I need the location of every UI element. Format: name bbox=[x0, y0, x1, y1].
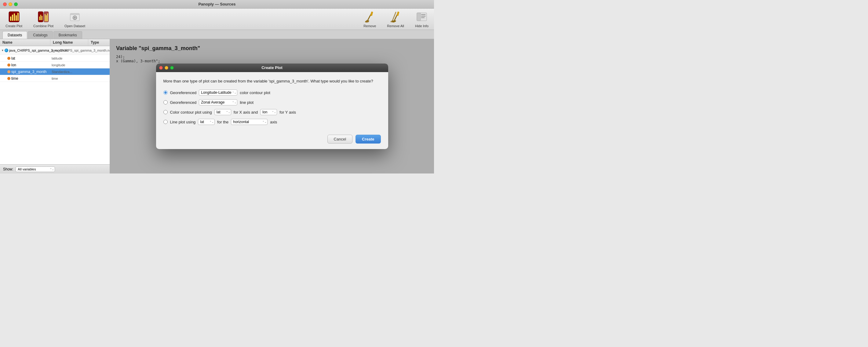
color-contour-y-select[interactable]: lat lon time bbox=[260, 109, 277, 115]
line-plot-prefix: Line plot using bbox=[170, 120, 196, 124]
open-dataset-button[interactable]: Open Dataset bbox=[62, 9, 88, 29]
dialog-footer: Cancel Create bbox=[156, 135, 388, 149]
remove-icon bbox=[364, 11, 376, 23]
svg-rect-13 bbox=[47, 13, 48, 21]
line-plot-orient-select[interactable]: horizontal vertical bbox=[231, 119, 268, 125]
remove-button[interactable]: Remove bbox=[361, 9, 378, 29]
color-contour-y-label: for Y axis bbox=[279, 110, 296, 115]
radio-line-plot[interactable] bbox=[163, 120, 168, 124]
svg-rect-17 bbox=[70, 13, 80, 15]
table-row[interactable]: spi_gamma_3_month Standardiza... bbox=[0, 68, 110, 75]
create-plot-label: Create Plot bbox=[5, 24, 22, 28]
table-row[interactable]: time time bbox=[0, 75, 110, 82]
svg-rect-12 bbox=[46, 15, 47, 21]
col-longname: Long Name bbox=[51, 39, 88, 46]
dialog-title: Create Plot bbox=[261, 65, 282, 70]
hide-info-icon bbox=[416, 11, 428, 23]
toolbar: Create Plot Combine Plot bbox=[0, 8, 434, 30]
radio-option-line-plot: Line plot using lat lon time for the hor bbox=[163, 119, 381, 125]
row-name: lat bbox=[0, 56, 51, 61]
row-type bbox=[88, 78, 110, 79]
line-plot-axis-label: axis bbox=[270, 120, 277, 124]
row-name: time bbox=[0, 76, 51, 81]
color-contour-x-select[interactable]: lat lon time bbox=[214, 109, 231, 115]
table-row[interactable]: lon longitude bbox=[0, 62, 110, 68]
create-plot-button[interactable]: Create Plot bbox=[3, 9, 25, 29]
geo-zonal-select[interactable]: Longitude-Latitude Zonal Average bbox=[199, 99, 237, 105]
row-longname: time bbox=[51, 76, 88, 81]
row-type bbox=[88, 58, 110, 59]
svg-rect-7 bbox=[39, 17, 40, 20]
color-contour-prefix: Color contour plot using bbox=[170, 110, 212, 115]
col-name: Name bbox=[0, 39, 51, 46]
svg-rect-2 bbox=[12, 15, 13, 21]
color-contour-x-select-wrap: lat lon time bbox=[214, 109, 231, 115]
show-select[interactable]: All variables Coordinate variables Data … bbox=[16, 166, 55, 172]
table-row[interactable]: lat latitude bbox=[0, 55, 110, 62]
create-plot-icon bbox=[8, 11, 20, 23]
cancel-button[interactable]: Cancel bbox=[328, 135, 352, 144]
line-plot-for-the: for the bbox=[217, 120, 228, 124]
create-plot-dialog: Create Plot More than one type of plot c… bbox=[156, 64, 388, 149]
open-dataset-icon bbox=[69, 11, 81, 23]
line-plot-orient-select-wrap: horizontal vertical bbox=[231, 119, 268, 125]
table-row[interactable]: ▼ java_CHIRPS_spi_gamma_3_month.nc java_… bbox=[0, 46, 110, 55]
app-title: Panoply — Sources bbox=[198, 2, 236, 6]
expand-icon: ▼ bbox=[1, 49, 4, 52]
line-plot-axis-select[interactable]: lat lon time bbox=[198, 119, 215, 125]
var-icon bbox=[7, 64, 10, 67]
close-button[interactable] bbox=[3, 2, 7, 6]
svg-rect-5 bbox=[18, 13, 19, 21]
svg-rect-4 bbox=[16, 15, 17, 21]
radio-geo-lonlat[interactable] bbox=[163, 90, 168, 95]
svg-rect-28 bbox=[397, 11, 399, 16]
radio-option-geo-lonlat: Georeferenced Longitude-Latitude Zonal A… bbox=[163, 90, 381, 96]
table-body: ▼ java_CHIRPS_spi_gamma_3_month.nc java_… bbox=[0, 46, 110, 164]
dialog-message: More than one type of plot can be create… bbox=[163, 78, 381, 84]
radio-color-contour[interactable] bbox=[163, 110, 168, 114]
dialog-min-button[interactable] bbox=[165, 66, 168, 70]
remove-all-label: Remove All bbox=[387, 24, 404, 28]
tab-catalogs[interactable]: Catalogs bbox=[28, 31, 53, 39]
left-panel: Name Long Name Type ▼ java_CHIRPS_spi_ga… bbox=[0, 39, 110, 174]
dialog-max-button[interactable] bbox=[170, 66, 174, 70]
tab-datasets[interactable]: Datasets bbox=[2, 31, 27, 39]
row-name: spi_gamma_3_month bbox=[0, 69, 51, 74]
file-icon bbox=[5, 49, 8, 52]
geo-lonlat-select[interactable]: Longitude-Latitude Zonal Average bbox=[199, 90, 237, 96]
bottom-bar: Show: All variables Coordinate variables… bbox=[0, 164, 110, 174]
open-dataset-label: Open Dataset bbox=[64, 24, 85, 28]
color-contour-x-label: for X axis and bbox=[234, 110, 258, 115]
remove-label: Remove bbox=[364, 24, 376, 28]
radio-option-color-contour: Color contour plot using lat lon time fo… bbox=[163, 109, 381, 115]
dialog-traffic-lights bbox=[159, 66, 174, 70]
radio-geo-zonal[interactable] bbox=[163, 100, 168, 104]
tabs-bar: Datasets Catalogs Bookmarks bbox=[0, 30, 434, 39]
modal-overlay: Create Plot More than one type of plot c… bbox=[110, 39, 434, 174]
create-button[interactable]: Create bbox=[355, 135, 380, 144]
remove-all-icon bbox=[390, 11, 402, 23]
geo-zonal-select-wrap: Longitude-Latitude Zonal Average bbox=[199, 99, 237, 105]
geo-zonal-prefix: Georeferenced bbox=[170, 100, 197, 105]
svg-rect-32 bbox=[417, 13, 421, 21]
var-icon bbox=[7, 70, 10, 73]
combine-plot-button[interactable]: Combine Plot bbox=[31, 9, 56, 29]
svg-rect-9 bbox=[41, 16, 42, 20]
maximize-button[interactable] bbox=[14, 2, 18, 6]
row-name: ▼ java_CHIRPS_spi_gamma_3_month.nc bbox=[0, 48, 51, 53]
toolbar-right: Remove Remove All bbox=[361, 9, 431, 29]
dialog-titlebar: Create Plot bbox=[156, 64, 388, 72]
tab-bookmarks[interactable]: Bookmarks bbox=[54, 31, 82, 39]
hide-info-button[interactable]: Hide Info bbox=[413, 9, 431, 29]
show-select-wrap: All variables Coordinate variables Data … bbox=[16, 166, 55, 172]
remove-all-button[interactable]: Remove All bbox=[384, 9, 406, 29]
minimize-button[interactable] bbox=[8, 2, 12, 6]
row-type bbox=[88, 71, 110, 72]
dialog-close-button[interactable] bbox=[159, 66, 163, 70]
row-longname: java_CHIRPS_spi_gamma_3_month.nc bbox=[51, 48, 110, 53]
geo-lonlat-prefix: Georeferenced bbox=[170, 90, 197, 95]
color-contour-y-select-wrap: lat lon time bbox=[260, 109, 277, 115]
radio-option-geo-zonal: Georeferenced Longitude-Latitude Zonal A… bbox=[163, 99, 381, 105]
svg-point-22 bbox=[365, 20, 369, 23]
svg-rect-11 bbox=[44, 14, 45, 21]
